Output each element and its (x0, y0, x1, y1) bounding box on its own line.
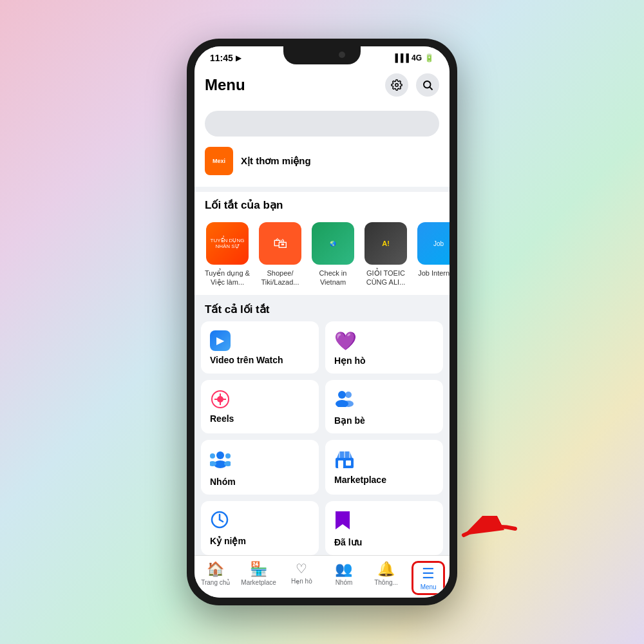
grid-item-dating[interactable]: 💜 Hẹn hò (325, 321, 443, 374)
reels-label: Reels (210, 413, 310, 424)
shortcut-label-1: Shopee/ Tiki/Lazad... (258, 269, 303, 287)
reels-icon (210, 389, 231, 410)
nav-menu-label: Menu (421, 583, 437, 591)
shortcut-label-2: Check in Vietnam (310, 269, 355, 287)
friends-icon (334, 389, 434, 412)
nav-groups-label: Nhóm (336, 579, 353, 586)
profile-item[interactable]: Mexi Xịt thơm miệng (205, 143, 439, 179)
bottom-nav: 🏠 Trang chủ 🏪 Marketplace ♡ Hẹn hò 👥 Nhó… (194, 555, 450, 598)
svg-point-15 (210, 453, 215, 459)
svg-line-22 (220, 520, 223, 522)
nav-item-dating[interactable]: ♡ Hẹn hò (285, 561, 318, 595)
phone-frame: 11:45 ▶ ▐▐▐ 4G 🔋 Menu (187, 39, 457, 605)
shortcut-thumb-1: 🛍 (259, 222, 301, 265)
shortcut-label-3: GIỎI TOEIC CÙNG ALI... (363, 269, 408, 287)
svg-point-0 (395, 84, 399, 87)
svg-rect-19 (346, 460, 351, 466)
saved-icon (334, 510, 434, 533)
marketplace-label: Marketplace (334, 475, 434, 485)
grid-item-friends[interactable]: Bạn bè (325, 380, 443, 433)
groups-icon (210, 449, 310, 473)
time-display: 11:45 (210, 53, 233, 63)
bell-nav-icon: 🔔 (377, 561, 395, 578)
shortcuts-row: TUYỂN DỤNG NHÂN SỰ Tuyển dụng & Việc làm… (194, 217, 450, 295)
grid-item-groups[interactable]: Nhóm (201, 440, 319, 495)
watch-label: Video trên Watch (210, 355, 310, 365)
search-button[interactable] (416, 73, 439, 97)
nav-marketplace-label: Marketplace (241, 579, 276, 586)
svg-point-8 (345, 392, 352, 398)
grid-item-reels[interactable]: Reels (201, 380, 319, 433)
shortcut-thumb-3: A! (365, 222, 407, 265)
shortcut-item-2[interactable]: 🌏 Check in Vietnam (310, 222, 355, 287)
grid-item-watch[interactable]: ▶ Video trên Watch (201, 321, 319, 374)
shortcut-label-4: Job Interns... (418, 269, 450, 278)
svg-point-7 (338, 391, 346, 399)
memories-label: Kỷ niệm (210, 536, 310, 546)
nav-item-menu-highlighted[interactable]: ☰ Menu (412, 561, 445, 595)
signal-bars: ▐▐▐ (392, 53, 409, 62)
nav-dating-label: Hẹn hò (291, 578, 312, 585)
dating-nav-icon: ♡ (296, 561, 307, 576)
battery-icon: 🔋 (424, 53, 434, 62)
watch-icon: ▶ (210, 330, 231, 351)
nav-item-marketplace[interactable]: 🏪 Marketplace (241, 561, 276, 595)
shortcut-item-0[interactable]: TUYỂN DỤNG NHÂN SỰ Tuyển dụng & Việc làm… (205, 222, 250, 287)
marketplace-icon (334, 449, 434, 471)
shortcut-item-1[interactable]: 🛍 Shopee/ Tiki/Lazad... (258, 222, 303, 287)
svg-point-11 (216, 451, 224, 459)
grid-item-marketplace[interactable]: Marketplace (325, 440, 443, 495)
shortcuts-label: Lối tắt của bạn (194, 192, 450, 217)
svg-rect-18 (338, 460, 343, 468)
svg-rect-6 (220, 393, 221, 405)
groups-nav-icon: 👥 (335, 561, 352, 578)
menu-nav-icon: ☰ (422, 565, 435, 582)
home-icon: 🏠 (207, 561, 224, 578)
nav-item-groups[interactable]: 👥 Nhóm (327, 561, 361, 595)
memories-icon (210, 510, 310, 532)
shop-name: Xịt thơm miệng (241, 155, 311, 167)
shortcut-label-0: Tuyển dụng & Việc làm... (205, 269, 250, 287)
shortcut-thumb-4: Job (417, 222, 450, 265)
network-type: 4G (412, 53, 422, 62)
all-shortcuts-label: Tất cả lối tắt (194, 295, 450, 321)
settings-button[interactable] (385, 73, 408, 97)
dating-icon: 💜 (334, 330, 434, 352)
svg-point-1 (424, 81, 431, 88)
svg-point-13 (225, 453, 231, 459)
shortcut-item-4[interactable]: Job Job Interns... (416, 222, 450, 287)
top-bar: Menu (194, 67, 450, 103)
search-icon (422, 79, 433, 91)
top-bar-actions (385, 73, 439, 97)
shortcuts-grid: ▶ Video trên Watch 💜 Hẹn hò (194, 321, 450, 555)
shop-avatar: Mexi (205, 147, 233, 175)
nav-bell-label: Thông... (374, 579, 398, 586)
gear-icon (391, 79, 402, 91)
grid-item-saved[interactable]: Đã lưu (325, 501, 443, 555)
shortcut-thumb-0: TUYỂN DỤNG NHÂN SỰ (206, 222, 249, 265)
nav-home-label: Trang chủ (201, 579, 230, 586)
saved-label: Đã lưu (334, 537, 434, 547)
shortcut-thumb-2: 🌏 (312, 222, 354, 265)
arrow-indicator (451, 516, 528, 557)
dating-label: Hẹn hò (334, 355, 434, 366)
location-icon: ▶ (236, 54, 241, 62)
profile-section: Mexi Xịt thơm miệng (194, 103, 450, 187)
nav-item-home[interactable]: 🏠 Trang chủ (199, 561, 232, 595)
profile-banner (205, 111, 439, 137)
shortcut-item-3[interactable]: A! GIỎI TOEIC CÙNG ALI... (363, 222, 408, 287)
marketplace-nav-icon: 🏪 (250, 561, 267, 578)
groups-label: Nhóm (210, 477, 310, 487)
svg-line-2 (430, 87, 432, 90)
friends-label: Bạn bè (334, 415, 434, 426)
nav-item-bell[interactable]: 🔔 Thông... (370, 561, 403, 595)
svg-point-10 (343, 401, 354, 407)
page-title: Menu (205, 76, 245, 94)
grid-item-memories[interactable]: Kỷ niệm (201, 501, 319, 555)
